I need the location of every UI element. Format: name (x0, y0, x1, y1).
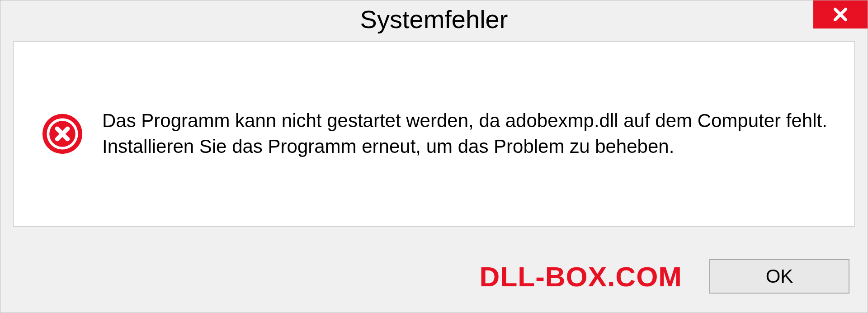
dialog-title: Systemfehler (360, 5, 508, 34)
error-dialog: Systemfehler Das Programm kann nicht ges… (0, 0, 868, 313)
ok-button[interactable]: OK (709, 259, 849, 294)
close-button[interactable] (813, 0, 868, 28)
ok-button-label: OK (766, 266, 793, 287)
titlebar: Systemfehler (0, 0, 868, 38)
close-icon (831, 5, 849, 24)
dialog-footer: DLL-BOX.COM OK (0, 240, 868, 313)
error-message: Das Programm kann nicht gestartet werden… (102, 108, 827, 159)
error-icon (41, 112, 84, 156)
watermark-text: DLL-BOX.COM (480, 261, 682, 293)
content-panel: Das Programm kann nicht gestartet werden… (13, 41, 855, 227)
